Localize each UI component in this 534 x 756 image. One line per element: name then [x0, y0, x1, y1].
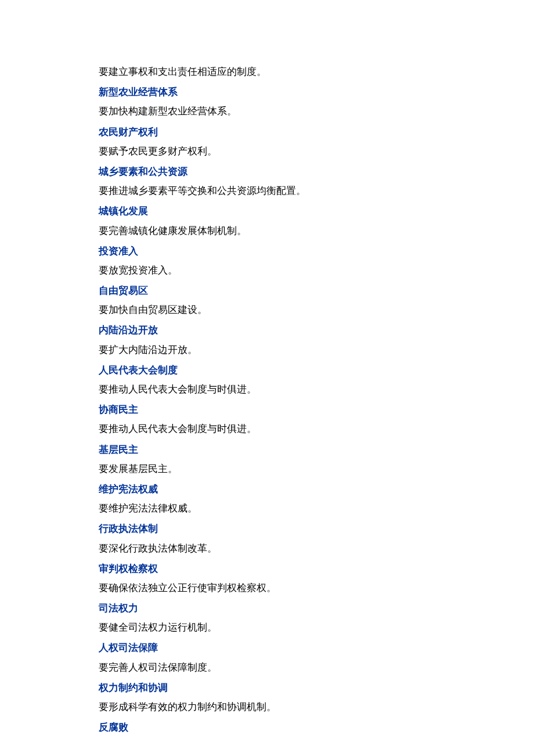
- section-heading: 反腐败: [99, 719, 435, 735]
- section-heading: 权力制约和协调: [99, 680, 435, 696]
- section-body: 要推动人民代表大会制度与时俱进。: [99, 381, 435, 397]
- section-heading: 人民代表大会制度: [99, 362, 435, 378]
- document-content: 要建立事权和支出责任相适应的制度。新型农业经营体系要加快构建新型农业经营体系。农…: [99, 64, 435, 735]
- section-body: 要加快构建新型农业经营体系。: [99, 103, 435, 119]
- section-heading: 农民财产权利: [99, 124, 435, 140]
- section-heading: 城乡要素和公共资源: [99, 164, 435, 179]
- section-body: 要扩大内陆沿边开放。: [99, 342, 435, 358]
- section-body: 要维护宪法法律权威。: [99, 501, 435, 516]
- section-body: 要推动人民代表大会制度与时俱进。: [99, 421, 435, 437]
- section-heading: 城镇化发展: [99, 203, 435, 219]
- section-body: 要赋予农民更多财产权利。: [99, 143, 435, 159]
- section-body: 要完善城镇化健康发展体制机制。: [99, 223, 435, 239]
- section-heading: 审判权检察权: [99, 561, 435, 577]
- section-body: 要形成科学有效的权力制约和协调机制。: [99, 699, 435, 715]
- section-body: 要深化行政执法体制改革。: [99, 541, 435, 556]
- section-body: 要建立事权和支出责任相适应的制度。: [99, 64, 435, 80]
- section-body: 要发展基层民主。: [99, 461, 435, 477]
- section-heading: 投资准入: [99, 243, 435, 259]
- section-body: 要确保依法独立公正行使审判权检察权。: [99, 580, 435, 596]
- section-body: 要放宽投资准入。: [99, 262, 435, 278]
- section-body: 要推进城乡要素平等交换和公共资源均衡配置。: [99, 183, 435, 199]
- section-heading: 内陆沿边开放: [99, 322, 435, 338]
- section-body: 要完善人权司法保障制度。: [99, 660, 435, 675]
- section-heading: 新型农业经营体系: [99, 84, 435, 100]
- section-heading: 人权司法保障: [99, 640, 435, 656]
- section-heading: 协商民主: [99, 402, 435, 417]
- section-heading: 维护宪法权威: [99, 481, 435, 497]
- section-body: 要加快自由贸易区建设。: [99, 302, 435, 318]
- section-heading: 基层民主: [99, 442, 435, 458]
- section-heading: 自由贸易区: [99, 283, 435, 298]
- section-body: 要健全司法权力运行机制。: [99, 620, 435, 635]
- section-heading: 行政执法体制: [99, 521, 435, 537]
- section-heading: 司法权力: [99, 600, 435, 616]
